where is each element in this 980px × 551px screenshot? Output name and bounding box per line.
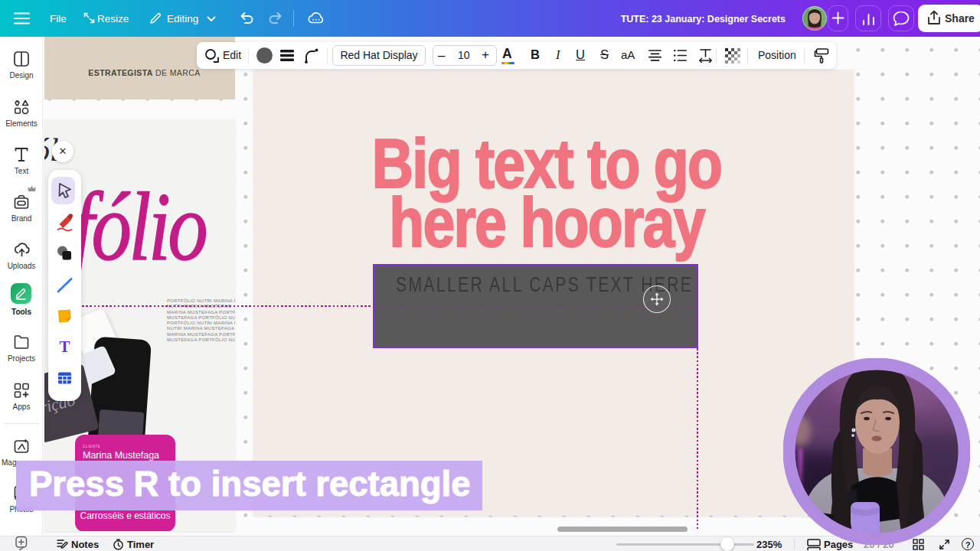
svg-text:T: T [59, 337, 70, 356]
